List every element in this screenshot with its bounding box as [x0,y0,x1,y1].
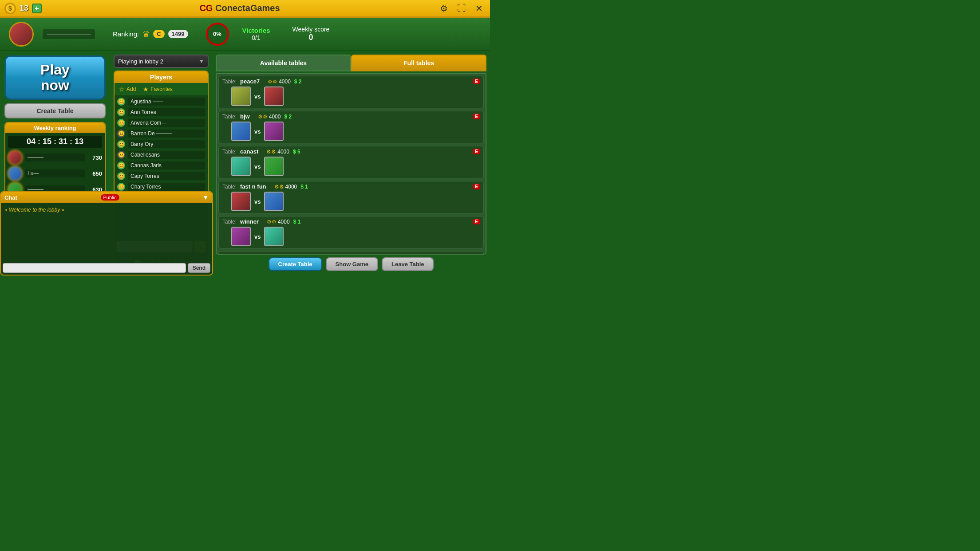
table-row[interactable]: Table: fast n fun ⚙⚙ 4000 $ 1 E vs [218,181,484,213]
chat-panel: Chat Public ▼ « Welcome to the lobby » S… [0,191,213,276]
table-name: peace7 [240,78,260,85]
e-badge: E [473,114,480,119]
create-table-button-left[interactable]: Create Table [4,103,106,118]
player-name: Cannas Jaris [128,161,205,169]
player-avatar-right [264,122,284,141]
table-row[interactable]: Table: fun times ⚙⚙ 4000 $ 1 E [218,251,484,255]
ranking-score-1: 730 [88,154,102,161]
full-tab-label: Full tables [403,59,434,67]
avatar [9,22,34,47]
available-tables-tab[interactable]: Available tables [216,55,351,71]
chat-send-button[interactable]: Send [188,263,210,273]
table-row[interactable]: Table: peace7 ⚙⚙ 4000 $ 2 E vs [218,76,484,108]
status-online-icon: 😊 [117,140,125,148]
table-info-row: Table: canast ⚙⚙ 4000 $ 5 E [222,148,480,155]
ranking-name-1: ——— [25,153,85,161]
top-bar: $ 13 + CG ConectaGames ⚙ ⛶ ✕ [0,0,490,18]
e-badge: E [473,219,480,224]
favorites-tab-label: Favorites [150,86,172,92]
settings-button[interactable]: ⚙ [438,2,450,15]
table-row[interactable]: Table: winner ⚙⚙ 4000 $ 1 E vs [218,216,484,248]
table-label: Table: [222,149,237,155]
table-info-row: Table: peace7 ⚙⚙ 4000 $ 2 E [222,78,480,85]
ranking-name-2: Lu— [25,169,85,177]
create-table-bottom-button[interactable]: Create Table [269,257,322,271]
vs-label: vs [254,163,261,170]
right-panel: Available tables Full tables Table: peac… [212,51,490,276]
leave-table-button[interactable]: Leave Table [382,257,434,271]
status-online-icon: 😊 [117,108,125,116]
fullscreen-button[interactable]: ⛶ [455,2,468,15]
vs-label: vs [254,233,261,240]
status-online-icon: 😊 [117,172,125,180]
table-info-row: Table: fast n fun ⚙⚙ 4000 $ 1 E [222,183,480,190]
table-players-row: vs [222,227,480,246]
list-item[interactable]: 😊 Ann Torres [115,107,208,118]
table-bet: $ 1 [300,254,308,255]
player-avatar-right [264,192,284,211]
lobby-selector[interactable]: Playing in lobby 2 ▼ [114,55,209,68]
list-item[interactable]: 😊 Agustina —— [115,96,208,107]
e-badge: E [473,79,480,84]
status-online-icon: 😊 [117,161,125,169]
table-row[interactable]: Table: bjw ⚙⚙ 4000 $ 2 E vs [218,111,484,143]
list-item[interactable]: 😊 Capу Torres [115,171,208,181]
close-button[interactable]: ✕ [473,2,486,15]
status-online-icon: 😊 [117,183,125,191]
play-now-text: Playnow [40,62,70,93]
e-badge: E [473,149,480,154]
table-bet: $ 5 [293,149,300,155]
add-coins-button[interactable]: + [32,4,42,13]
player-avatar-left [231,227,251,246]
ranking-label: Ranking: [113,30,139,38]
list-item[interactable]: 😐 Cabellosans [115,150,208,160]
favorites-tab[interactable]: ★ Favorites [140,85,175,94]
weekly-score-section: Weekly score 0 [292,26,330,42]
table-bet: $ 1 [293,219,301,225]
table-players-row: vs [222,87,480,106]
table-chips: ⚙⚙ 4000 [274,184,297,190]
player-avatar-left [231,157,251,176]
table-info-row: Table: fun times ⚙⚙ 4000 $ 1 E [222,253,480,255]
weekly-score-value: 0 [308,33,313,42]
weekly-ranking-title: Weekly ranking [5,123,105,133]
table-bet: $ 2 [294,79,302,85]
table-chips: ⚙⚙ 4000 [274,254,297,255]
table-row[interactable]: Table: canast ⚙⚙ 4000 $ 5 E vs [218,146,484,178]
top-bar-right: ⚙ ⛶ ✕ [438,2,486,15]
dropdown-arrow-icon: ▼ [199,58,204,64]
chat-input[interactable] [3,263,186,273]
list-item[interactable]: 😊 Chary Torres [115,181,208,192]
list-item[interactable]: 😊 Barry Ory [115,139,208,150]
table-bet: $ 1 [300,184,308,190]
list-item[interactable]: 😊 Arwenа Соm— [115,118,208,128]
full-tables-tab[interactable]: Full tables [351,55,486,71]
table-label: Table: [222,219,237,225]
table-players-row: vs [222,157,480,176]
chips-icon: ⚙⚙ [258,114,268,120]
player-avatar-left [231,122,251,141]
show-game-button[interactable]: Show Game [326,257,378,271]
favorites-star-icon: ★ [143,86,149,93]
ranking-list: ——— 730 Lu— 650 ——— 630 [8,150,102,197]
coin-icon: $ [4,3,16,14]
player-name: Cabellosans [128,151,205,159]
players-title: Players [115,71,208,83]
e-badge: E [473,254,480,255]
tables-list: Table: peace7 ⚙⚙ 4000 $ 2 E vs [216,73,486,255]
chat-toggle-button[interactable]: ▼ [202,194,209,201]
tables-header: Available tables Full tables [216,55,486,71]
status-online-icon: 😊 [117,98,125,106]
progress-percent: 0% [213,31,221,37]
play-now-button[interactable]: Playnow [4,55,106,100]
username: ——————— [43,29,95,39]
chips-icon: ⚙⚙ [274,184,284,190]
victories-value: 0/1 [252,34,260,41]
players-tabs: ☆ Add ★ Favorites [115,83,208,95]
chat-input-row: Send [1,261,212,275]
chips-icon: ⚙⚙ [267,219,277,225]
vs-label: vs [254,93,261,100]
list-item[interactable]: 😊 Cannas Jaris [115,160,208,171]
add-tab[interactable]: ☆ Add [116,85,138,94]
list-item[interactable]: 😐 Barron De ——— [115,128,208,139]
